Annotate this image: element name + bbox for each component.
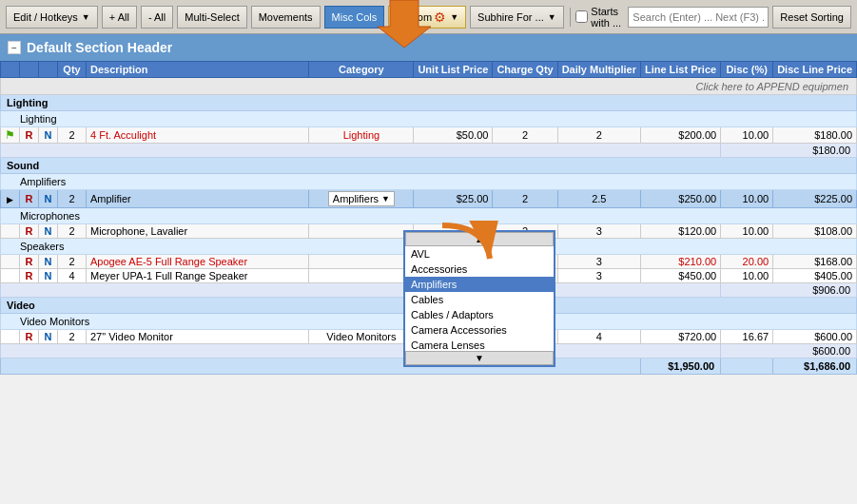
- cell-llp-vm: $720.00: [640, 330, 720, 344]
- subgroup-header-lighting-lighting: Lighting: [1, 111, 857, 127]
- cell-r[interactable]: R: [20, 127, 39, 144]
- table-row: ⚑ R N 2 4 Ft. Acculight Lighting $50.00 …: [1, 127, 857, 144]
- cell-n-mic[interactable]: N: [39, 224, 58, 239]
- total-llp: $1,950.00: [640, 359, 720, 375]
- total-dlp: $1,686.00: [773, 359, 857, 375]
- cell-r-mic[interactable]: R: [20, 224, 39, 239]
- cell-disc-sp1: 20.00: [721, 255, 773, 269]
- cell-qty-vm: 2: [58, 330, 87, 344]
- col-header-ulp: Unit List Price: [414, 62, 493, 78]
- total-disc-spacer: [721, 359, 773, 375]
- subhire-button[interactable]: Subhire For ... ▼: [470, 6, 564, 29]
- cell-llp: $200.00: [640, 127, 720, 144]
- category-dropdown-trigger[interactable]: Amplifiers ▼: [328, 191, 395, 206]
- subtotal-spacer-sound: [1, 283, 721, 298]
- group-header-lighting: Lighting: [1, 95, 857, 111]
- dropdown-item[interactable]: Accessories: [405, 262, 554, 277]
- cell-qty-sp2: 4: [58, 269, 87, 283]
- cell-ulp: $50.00: [414, 127, 493, 144]
- cell-dlp-sp1: $168.00: [773, 255, 857, 269]
- cell-flag-sp2: [1, 269, 20, 283]
- cell-cat-sp2: [309, 269, 414, 283]
- toolbar: Edit / Hotkeys ▼ + All - All Multi-Selec…: [0, 0, 857, 34]
- collapse-button[interactable]: −: [8, 41, 21, 54]
- col-header-desc: Description: [87, 62, 309, 78]
- cell-qty-mic: 2: [58, 224, 87, 239]
- cell-desc-mic: Microphone, Lavalier: [87, 224, 309, 239]
- dropdown-item[interactable]: Cables / Adaptors: [405, 307, 554, 322]
- multi-select-button[interactable]: Multi-Select: [177, 6, 246, 29]
- cell-desc-amp: Amplifier: [87, 190, 309, 208]
- minus-all-button[interactable]: - All: [141, 6, 173, 29]
- subtotal-spacer-video: [1, 344, 721, 359]
- cell-cq: 2: [493, 127, 557, 144]
- cell-cat-vm: Video Monitors: [309, 330, 414, 344]
- col-header-n: [39, 62, 58, 78]
- edit-hotkeys-arrow: ▼: [82, 12, 90, 22]
- cell-n-vm[interactable]: N: [39, 330, 58, 344]
- subtotal-row-lighting: $180.00: [1, 144, 857, 158]
- cell-flag-mic: [1, 224, 20, 239]
- cell-flag: ⚑: [1, 127, 20, 144]
- cell-cat-sp1: [309, 255, 414, 269]
- subgroup-name-lighting: Lighting: [1, 111, 857, 127]
- dropdown-item[interactable]: Amplifiers: [405, 277, 554, 292]
- cell-disc: 10.00: [721, 127, 773, 144]
- custom-icon: ⚙: [434, 10, 446, 25]
- cell-r-sp1[interactable]: R: [20, 255, 39, 269]
- cell-dlp-vm: $600.00: [773, 330, 857, 344]
- starts-with-label[interactable]: Starts with ...: [575, 6, 624, 29]
- subgroup-header-microphones: Microphones: [1, 208, 857, 224]
- col-header-dm: Daily Multiplier: [557, 62, 640, 78]
- dropdown-item[interactable]: Camera Lenses: [405, 338, 554, 351]
- append-row[interactable]: Click here to APPEND equipmen: [1, 78, 857, 95]
- cell-n-sp2[interactable]: N: [39, 269, 58, 283]
- dropdown-item[interactable]: Camera Accessories: [405, 322, 554, 338]
- edit-hotkeys-button[interactable]: Edit / Hotkeys ▼: [6, 6, 98, 29]
- append-text[interactable]: Click here to APPEND equipmen: [1, 78, 857, 95]
- dropdown-item[interactable]: Cables: [405, 292, 554, 307]
- col-header-cq: Charge Qty: [493, 62, 557, 78]
- cell-llp-amp: $250.00: [640, 190, 720, 208]
- custom-button[interactable]: Custom ⚙ ▼: [388, 6, 466, 29]
- col-header-disc: Disc (%): [721, 62, 773, 78]
- cell-cat: Lighting: [309, 127, 414, 144]
- cell-dm-sp2: 3: [557, 269, 640, 283]
- col-header-r: [20, 62, 39, 78]
- reset-sorting-button[interactable]: Reset Sorting: [772, 6, 851, 29]
- cell-desc-sp1: Apogee AE-5 Full Range Speaker: [87, 255, 309, 269]
- cell-disc-vm: 16.67: [721, 330, 773, 344]
- cell-n[interactable]: N: [39, 127, 58, 144]
- col-header-cat: Category: [309, 62, 414, 78]
- dropdown-item[interactable]: AVL: [405, 246, 554, 262]
- cell-qty-amp: 2: [58, 190, 87, 208]
- cell-r-sp2[interactable]: R: [20, 269, 39, 283]
- cell-r-vm[interactable]: R: [20, 330, 39, 344]
- dropdown-box: ▲ AVLAccessoriesAmplifiersCablesCables /…: [403, 230, 555, 367]
- cell-llp-sp2: $450.00: [640, 269, 720, 283]
- cell-ulp-amp: $25.00: [414, 190, 493, 208]
- search-input[interactable]: [628, 7, 769, 28]
- cell-flag-sp1: [1, 255, 20, 269]
- col-header-dlp: Disc Line Price: [773, 62, 857, 78]
- custom-arrow: ▼: [450, 12, 458, 22]
- cell-disc-mic: 10.00: [721, 224, 773, 239]
- cell-dm-mic: 3: [557, 224, 640, 239]
- cell-n-sp1[interactable]: N: [39, 255, 58, 269]
- cell-dlp-mic: $108.00: [773, 224, 857, 239]
- plus-all-button[interactable]: + All: [102, 6, 137, 29]
- cell-disc-amp: 10.00: [721, 190, 773, 208]
- cell-cat-amp[interactable]: Amplifiers ▼: [309, 190, 414, 208]
- cell-r-amp[interactable]: R: [20, 190, 39, 208]
- cell-dm-sp1: 3: [557, 255, 640, 269]
- starts-with-checkbox[interactable]: [575, 10, 588, 23]
- group-name-sound: Sound: [1, 158, 857, 174]
- movements-button[interactable]: Movements: [251, 6, 321, 29]
- dropdown-scroll-up[interactable]: ▲: [405, 232, 554, 246]
- misc-cols-button[interactable]: Misc Cols: [324, 6, 385, 29]
- category-dropdown[interactable]: ▲ AVLAccessoriesAmplifiersCablesCables /…: [403, 230, 555, 367]
- cell-n-amp[interactable]: N: [39, 190, 58, 208]
- col-header-qty: Qty: [58, 62, 87, 78]
- cell-flag-amp: ▶: [1, 190, 20, 208]
- dropdown-scroll-down[interactable]: ▼: [405, 351, 554, 365]
